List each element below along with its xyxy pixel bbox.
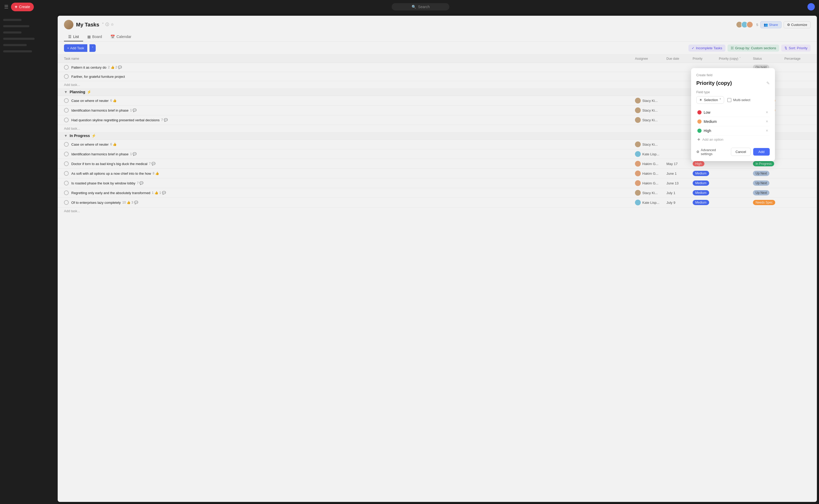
field-popup: Create field Priority (copy) ✎ Field typ… — [691, 68, 775, 161]
content-area: My Tasks ˅ ⓘ ☆ 5 👥 — [58, 16, 817, 502]
plus-icon: + — [15, 4, 18, 10]
add-option-row[interactable]: ✚ Add an option — [696, 135, 770, 144]
sidebar-item[interactable] — [3, 50, 32, 52]
search-placeholder: Search — [418, 5, 430, 9]
option-remove-medium[interactable]: × — [765, 119, 769, 124]
chevron-down-icon: ˅ — [719, 98, 721, 102]
popup-title: Priority (copy) — [696, 80, 732, 86]
top-bar: ☰ + Create 🔍 Search — [0, 0, 819, 14]
popup-top-label: Create field — [696, 73, 770, 77]
option-row-medium: Medium × — [696, 117, 770, 126]
sidebar-item[interactable] — [3, 19, 21, 21]
create-button[interactable]: + Create — [11, 3, 34, 11]
hamburger-icon[interactable]: ☰ — [4, 4, 8, 10]
edit-icon[interactable]: ✎ — [766, 81, 770, 86]
option-row-high: High × — [696, 126, 770, 135]
plus-circle-icon: ✚ — [697, 138, 700, 141]
cancel-button[interactable]: Cancel — [731, 148, 750, 156]
option-name-low[interactable]: Low — [704, 110, 763, 114]
add-button[interactable]: Add — [753, 148, 770, 156]
selection-label: Selection — [704, 98, 718, 102]
option-color-high — [697, 129, 702, 133]
create-label: Create — [19, 5, 30, 9]
selection-icon: ☀ — [699, 98, 702, 102]
multiselect-label: Multi-select — [733, 98, 750, 102]
option-color-low — [697, 110, 702, 114]
main-layout: My Tasks ˅ ⓘ ☆ 5 👥 — [0, 14, 819, 504]
sidebar-item[interactable] — [3, 25, 29, 27]
selection-dropdown[interactable]: ☀ Selection ˅ — [696, 96, 724, 104]
popup-title-row: Priority (copy) ✎ — [696, 80, 770, 86]
option-remove-low[interactable]: × — [765, 109, 769, 115]
sidebar — [0, 14, 58, 504]
user-avatar-top[interactable] — [807, 3, 815, 10]
advanced-settings-label: Advanced settings — [701, 148, 728, 156]
sidebar-item[interactable] — [3, 31, 21, 34]
option-remove-high[interactable]: × — [765, 128, 769, 134]
sidebar-item[interactable] — [3, 44, 27, 46]
field-type-row: ☀ Selection ˅ Multi-select — [696, 96, 770, 104]
multiselect-checkbox[interactable] — [727, 98, 732, 102]
popup-actions: ⚙ Advanced settings Cancel Add — [696, 148, 770, 156]
search-bar[interactable]: 🔍 Search — [392, 3, 449, 10]
option-row-low: Low × — [696, 108, 770, 117]
field-type-label: Field type — [696, 90, 770, 94]
sidebar-item[interactable] — [3, 38, 35, 40]
option-name-high[interactable]: High — [704, 129, 763, 133]
advanced-settings-link[interactable]: ⚙ Advanced settings — [696, 148, 728, 156]
settings-icon: ⚙ — [696, 150, 700, 154]
search-icon: 🔍 — [412, 5, 416, 9]
option-name-medium[interactable]: Medium — [704, 119, 763, 124]
multiselect-row: Multi-select — [727, 98, 750, 102]
top-bar-left: ☰ + Create — [4, 3, 34, 11]
add-option-label: Add an option — [702, 138, 723, 141]
option-color-medium — [697, 119, 702, 124]
